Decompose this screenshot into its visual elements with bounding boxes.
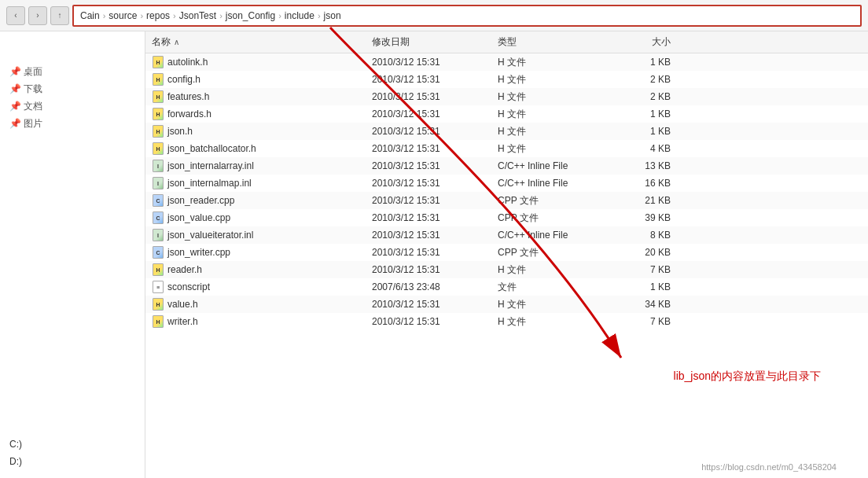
file-name-cell: Hjson.h — [152, 125, 372, 138]
file-name-label: json_internalmap.inl — [167, 178, 252, 189]
file-type-cell: C/C++ Inline File — [498, 230, 608, 241]
breadcrumb-sep-4: › — [278, 11, 281, 20]
column-headers: 名称 ∧ 修改日期 类型 大小 — [145, 31, 868, 53]
table-row[interactable]: Ijson_valueiterator.inl2010/3/12 15:31C/… — [145, 226, 868, 244]
sidebar-item-0[interactable]: 📌 桌面 — [0, 63, 145, 80]
file-type-icon: H — [152, 142, 164, 155]
file-type-icon: I — [152, 229, 164, 241]
content-area: 📌 桌面📌 下载📌 文档📌 图片 C:)D:) 名称 ∧ 修改日期 类型 大小 … — [0, 31, 868, 478]
file-name-label: json_internalarray.inl — [167, 160, 254, 171]
file-size-cell: 1 KB — [608, 108, 671, 120]
table-row[interactable]: Ijson_internalarray.inl2010/3/12 15:31C/… — [145, 157, 868, 175]
col-header-size[interactable]: 大小 — [608, 35, 671, 49]
table-row[interactable]: Hreader.h2010/3/12 15:31H 文件7 KB — [145, 261, 868, 278]
file-name-label: json_value.cpp — [167, 212, 230, 223]
forward-button[interactable]: › — [28, 6, 47, 25]
breadcrumb-item-0[interactable]: Cain — [80, 10, 100, 21]
file-size-cell: 39 KB — [608, 212, 671, 223]
sidebar-drive-0[interactable]: C:) — [0, 436, 145, 453]
file-type-cell: H 文件 — [498, 263, 608, 277]
table-row[interactable]: Hvalue.h2010/3/12 15:31H 文件34 KB — [145, 296, 868, 313]
file-size-cell: 16 KB — [608, 178, 671, 189]
table-row[interactable]: Hjson_batchallocator.h2010/3/12 15:31H 文… — [145, 140, 868, 157]
file-name-label: config.h — [167, 74, 200, 85]
file-name-cell: Cjson_value.cpp — [152, 211, 372, 224]
back-button[interactable]: ‹ — [6, 6, 25, 25]
breadcrumb-item-2[interactable]: repos — [146, 10, 170, 21]
breadcrumb-item-1[interactable]: source — [108, 10, 137, 21]
table-row[interactable]: Hjson.h2010/3/12 15:31H 文件1 KB — [145, 123, 868, 140]
file-name-cell: Ijson_internalarray.inl — [152, 160, 372, 172]
file-type-icon: I — [152, 177, 164, 189]
file-date-cell: 2010/3/12 15:31 — [372, 91, 498, 102]
table-row[interactable]: Hwriter.h2010/3/12 15:31H 文件7 KB — [145, 313, 868, 330]
sidebar-item-1[interactable]: 📌 下载 — [0, 80, 145, 97]
file-name-label: json_valueiterator.inl — [167, 230, 253, 241]
file-date-cell: 2010/3/12 15:31 — [372, 74, 498, 85]
col-header-name[interactable]: 名称 ∧ — [152, 35, 372, 49]
file-name-label: json_reader.cpp — [167, 195, 234, 206]
sidebar-item-3[interactable]: 📌 图片 — [0, 115, 145, 132]
sidebar-item-2[interactable]: 📌 文档 — [0, 97, 145, 115]
file-date-cell: 2010/3/12 15:31 — [372, 299, 498, 310]
table-row[interactable]: Hfeatures.h2010/3/12 15:31H 文件2 KB — [145, 88, 868, 105]
file-type-icon: H — [152, 56, 164, 68]
file-type-cell: H 文件 — [498, 125, 608, 138]
table-row[interactable]: Hautolink.h2010/3/12 15:31H 文件1 KB — [145, 53, 868, 71]
file-name-label: value.h — [167, 299, 198, 310]
file-name-cell: Hconfig.h — [152, 73, 372, 86]
up-button[interactable]: ↑ — [50, 6, 69, 25]
file-type-icon: H — [152, 125, 164, 138]
file-size-cell: 2 KB — [608, 74, 671, 85]
file-type-cell: CPP 文件 — [498, 211, 608, 225]
sidebar: 📌 桌面📌 下载📌 文档📌 图片 C:)D:) — [0, 31, 145, 478]
table-row[interactable]: Ijson_internalmap.inl2010/3/12 15:31C/C+… — [145, 175, 868, 192]
file-name-cell: Hautolink.h — [152, 56, 372, 68]
table-row[interactable]: ≡sconscript2007/6/13 23:48文件1 KB — [145, 278, 868, 296]
file-type-cell: C/C++ Inline File — [498, 178, 608, 189]
file-size-cell: 34 KB — [608, 299, 671, 310]
file-date-cell: 2010/3/12 15:31 — [372, 57, 498, 68]
file-list: 名称 ∧ 修改日期 类型 大小 Hautolink.h2010/3/12 15:… — [145, 31, 868, 478]
table-row[interactable]: Cjson_reader.cpp2010/3/12 15:31CPP 文件21 … — [145, 192, 868, 209]
table-row[interactable]: Hforwards.h2010/3/12 15:31H 文件1 KB — [145, 105, 868, 123]
file-type-cell: H 文件 — [498, 73, 608, 86]
breadcrumb-sep-2: › — [173, 11, 176, 20]
table-row[interactable]: Hconfig.h2010/3/12 15:31H 文件2 KB — [145, 71, 868, 88]
file-type-cell: H 文件 — [498, 298, 608, 311]
file-type-icon: H — [152, 298, 164, 311]
file-type-icon: C — [152, 194, 164, 207]
sidebar-quick-access: 📌 桌面📌 下载📌 文档📌 图片 — [0, 63, 145, 132]
breadcrumb-item-5[interactable]: include — [285, 10, 314, 21]
file-name-label: features.h — [167, 91, 209, 102]
breadcrumb-sep-3: › — [219, 11, 223, 20]
col-header-date[interactable]: 修改日期 — [372, 35, 498, 49]
table-row[interactable]: Cjson_value.cpp2010/3/12 15:31CPP 文件39 K… — [145, 209, 868, 226]
col-header-type[interactable]: 类型 — [498, 35, 608, 49]
file-type-icon: H — [152, 108, 164, 120]
file-size-cell: 20 KB — [608, 247, 671, 258]
table-row[interactable]: Cjson_writer.cpp2010/3/12 15:31CPP 文件20 … — [145, 244, 868, 261]
file-size-cell: 1 KB — [608, 281, 671, 292]
file-type-cell: 文件 — [498, 281, 608, 294]
sidebar-drives: C:)D:) — [0, 436, 145, 478]
file-date-cell: 2010/3/12 15:31 — [372, 212, 498, 223]
breadcrumb-item-3[interactable]: JsonTest — [179, 10, 216, 21]
breadcrumb[interactable]: Cain › source › repos › JsonTest › json_… — [72, 5, 862, 27]
breadcrumb-sep-5: › — [318, 11, 321, 20]
file-type-cell: CPP 文件 — [498, 194, 608, 208]
file-date-cell: 2007/6/13 23:48 — [372, 281, 498, 292]
breadcrumb-sep-0: › — [103, 11, 106, 20]
file-type-cell: H 文件 — [498, 142, 608, 156]
file-date-cell: 2010/3/12 15:31 — [372, 230, 498, 241]
file-date-cell: 2010/3/12 15:31 — [372, 160, 498, 171]
sidebar-drive-1[interactable]: D:) — [0, 453, 145, 470]
file-type-cell: H 文件 — [498, 315, 608, 329]
file-type-cell: H 文件 — [498, 90, 608, 104]
file-size-cell: 1 KB — [608, 57, 671, 68]
file-name-label: writer.h — [167, 316, 198, 327]
breadcrumb-item-6[interactable]: json — [324, 10, 341, 21]
file-name-cell: Hforwards.h — [152, 108, 372, 120]
file-name-label: sconscript — [167, 281, 210, 292]
breadcrumb-item-4[interactable]: json_Config — [226, 10, 275, 21]
